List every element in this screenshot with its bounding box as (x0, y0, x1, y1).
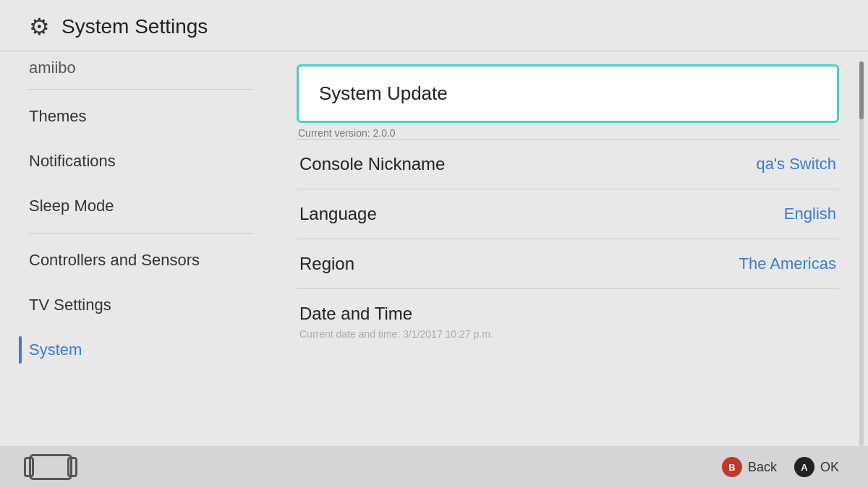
region-label: Region (299, 254, 354, 274)
sidebar: amiibo Themes Notifications Sleep Mode C… (0, 51, 282, 436)
main-layout: amiibo Themes Notifications Sleep Mode C… (0, 51, 868, 436)
sidebar-item-controllers-sensors[interactable]: Controllers and Sensors (0, 238, 282, 283)
console-icon-area (29, 454, 72, 480)
content-area: System Update Current version: 2.0.0 Con… (282, 51, 868, 436)
sidebar-item-notifications[interactable]: Notifications (0, 139, 282, 184)
sidebar-item-themes[interactable]: Themes (0, 94, 282, 139)
console-icon (29, 454, 72, 480)
system-update-box[interactable]: System Update (297, 64, 839, 123)
sidebar-item-tv-settings[interactable]: TV Settings (0, 283, 282, 328)
language-value: English (784, 205, 836, 223)
sidebar-item-sleep-mode[interactable]: Sleep Mode (0, 184, 282, 228)
console-nickname-value: qa's Switch (756, 155, 836, 174)
header: ⚙ System Settings (0, 0, 868, 51)
sidebar-divider-mid (29, 233, 253, 234)
ok-button-group[interactable]: A OK (794, 457, 839, 477)
page-title: System Settings (61, 15, 208, 38)
bottom-bar: B Back A OK (0, 446, 868, 488)
back-button-group[interactable]: B Back (722, 457, 777, 477)
a-button-icon[interactable]: A (794, 457, 814, 477)
region-value: The Americas (739, 254, 837, 273)
language-label: Language (299, 204, 377, 224)
sidebar-divider-top (29, 89, 253, 90)
console-nickname-row[interactable]: Console Nickname qa's Switch (297, 140, 839, 189)
ok-label: OK (820, 460, 839, 475)
date-time-subtitle: Current date and time: 3/1/2017 10:27 p.… (297, 328, 839, 346)
sidebar-item-amiibo[interactable]: amiibo (0, 51, 282, 85)
scrollbar[interactable] (859, 61, 864, 446)
console-nickname-label: Console Nickname (299, 154, 445, 174)
back-label: Back (748, 460, 777, 475)
bottom-buttons: B Back A OK (722, 457, 839, 477)
language-row[interactable]: Language English (297, 189, 839, 239)
date-time-label: Date and Time (299, 304, 412, 324)
region-row[interactable]: Region The Americas (297, 239, 839, 288)
system-update-subtitle: Current version: 2.0.0 (297, 127, 839, 139)
b-button-icon[interactable]: B (722, 457, 742, 477)
system-update-title: System Update (319, 82, 817, 105)
sidebar-item-system[interactable]: System (0, 328, 282, 372)
date-time-row[interactable]: Date and Time (297, 289, 839, 328)
settings-icon: ⚙ (29, 13, 50, 40)
scrollbar-thumb[interactable] (859, 61, 864, 119)
